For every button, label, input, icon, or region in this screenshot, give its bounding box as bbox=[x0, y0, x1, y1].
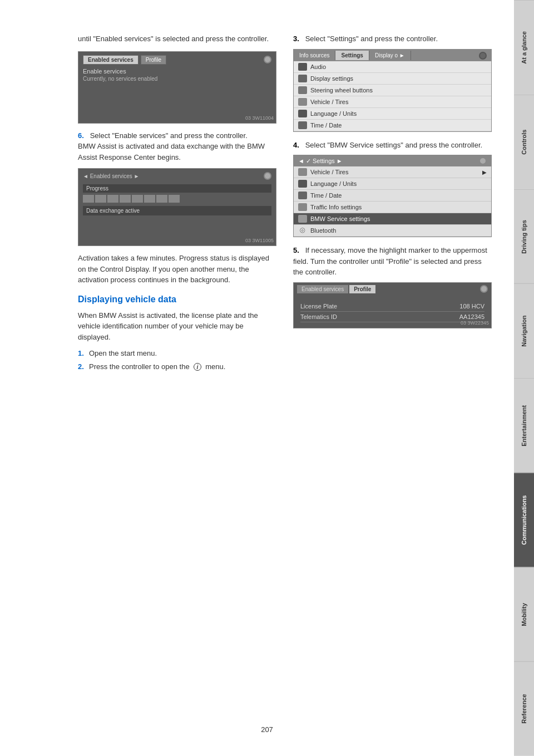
pb6 bbox=[144, 195, 155, 203]
screenshot-enabled-services: Enabled services Profile Enable services… bbox=[78, 51, 276, 124]
ss2-active-text: Data exchange active bbox=[83, 206, 271, 215]
page-number: 207 bbox=[261, 725, 273, 734]
ss1-line2: Currently, no services enabled bbox=[83, 76, 271, 82]
step6-body: Select "Enable services" and press the c… bbox=[90, 131, 248, 140]
profile-telematics-value: AA12345 bbox=[459, 313, 484, 320]
screenshot-profile: Enabled services Profile License Plate 1… bbox=[293, 282, 492, 328]
steering-icon bbox=[298, 86, 307, 94]
step5-text: 5. If necessary, move the highlight mark… bbox=[293, 245, 492, 278]
menu-item-steering-label: Steering wheel buttons bbox=[310, 87, 373, 94]
menu-item-vehicle: Vehicle / Tires bbox=[294, 96, 491, 108]
settings-tab-info: Info sources bbox=[294, 51, 335, 60]
bmw-header-text: ◄ ✓ Settings ► bbox=[298, 158, 343, 165]
ss1-tab-enabled: Enabled services bbox=[83, 55, 139, 65]
sidebar: At a glance Controls Driving tips Naviga… bbox=[514, 0, 534, 756]
step6-text: 6. Select "Enable services" and press th… bbox=[78, 130, 276, 163]
screenshot-settings: Info sources Settings Display o ► Audio … bbox=[293, 49, 492, 132]
bmw-vehicle-icon bbox=[298, 168, 307, 176]
step3-text: 3. Select "Settings" and press the contr… bbox=[293, 33, 492, 45]
settings-tab-display: Display o ► bbox=[369, 51, 411, 60]
menu-item-display-label: Display settings bbox=[310, 75, 353, 82]
section-heading: Displaying vehicle data bbox=[78, 294, 276, 305]
profile-telematics-label: Telematics ID bbox=[300, 313, 337, 320]
pb4 bbox=[120, 195, 131, 203]
sidebar-tab-at-a-glance[interactable]: At a glance bbox=[514, 0, 534, 95]
right-column: 3. Select "Settings" and press the contr… bbox=[293, 33, 492, 377]
profile-tab-enabled: Enabled services bbox=[297, 285, 348, 293]
ss2-nav: ◄ Enabled services ► bbox=[83, 173, 140, 179]
section-body: When BMW Assist is activated, the licens… bbox=[78, 310, 276, 343]
i-menu-symbol: i bbox=[194, 363, 201, 371]
profile-license-label: License Plate bbox=[300, 303, 337, 310]
step1-text: Open the start menu. bbox=[89, 349, 157, 357]
activation-text: Activation takes a few minutes. Progress… bbox=[78, 253, 276, 286]
menu-item-audio: Audio bbox=[294, 61, 491, 73]
menu-item-vehicle-label: Vehicle / Tires bbox=[310, 99, 348, 105]
bmw-service-icon bbox=[298, 215, 307, 223]
menu-item-audio-label: Audio bbox=[310, 63, 326, 70]
sidebar-tab-controls[interactable]: Controls bbox=[514, 95, 534, 189]
screenshot-bmw-service: ◄ ✓ Settings ► Vehicle / Tires ▶ Languag… bbox=[293, 155, 492, 237]
ss2-dot bbox=[264, 172, 271, 180]
menu-item-steering: Steering wheel buttons bbox=[294, 85, 491, 96]
bmw-item-vehicle: Vehicle / Tires ▶ bbox=[294, 166, 491, 178]
pb1 bbox=[83, 195, 94, 203]
bmw-item-bmwservice: BMW Service settings bbox=[294, 213, 491, 225]
steps-list: 1. Open the start menu. 2. Press the con… bbox=[78, 348, 276, 372]
ss1-label: 03 3W11004 bbox=[245, 115, 274, 121]
screenshot-progress: ◄ Enabled services ► Progress Data excha… bbox=[78, 168, 276, 246]
sidebar-tab-reference[interactable]: Reference bbox=[514, 661, 534, 756]
step6-sub: BMW Assist is activated and data exchang… bbox=[78, 142, 265, 161]
settings-dot bbox=[479, 52, 487, 60]
pb5 bbox=[132, 195, 143, 203]
profile-dot bbox=[480, 285, 488, 293]
ss1-tab-profile: Profile bbox=[141, 55, 166, 65]
sidebar-tab-entertainment[interactable]: Entertainment bbox=[514, 378, 534, 473]
step3-body: Select "Settings" and press the controll… bbox=[305, 35, 438, 43]
pb7 bbox=[156, 195, 167, 203]
step5-num: 5. bbox=[293, 246, 299, 254]
sidebar-tab-driving-tips[interactable]: Driving tips bbox=[514, 189, 534, 284]
main-content: until "Enabled services" is selected and… bbox=[0, 0, 514, 756]
step4-text: 4. Select "BMW Service settings" and pre… bbox=[293, 140, 492, 151]
step3-num: 3. bbox=[293, 35, 299, 43]
menu-item-language-label: Language / Units bbox=[310, 110, 357, 117]
profile-tab-profile: Profile bbox=[349, 285, 375, 293]
progress-bar bbox=[83, 195, 271, 203]
bmw-item-traffic-label: Traffic Info settings bbox=[310, 204, 362, 210]
bmw-item-bmwservice-label: BMW Service settings bbox=[310, 215, 370, 222]
audio-icon bbox=[298, 63, 307, 71]
step4-body: Select "BMW Service settings" and press … bbox=[305, 141, 482, 149]
step6-num: 6. bbox=[78, 131, 84, 140]
step1-num: 1. bbox=[78, 348, 84, 359]
settings-tab-settings: Settings bbox=[335, 51, 369, 60]
bmw-item-language: Language / Units bbox=[294, 178, 491, 190]
intro-text: until "Enabled services" is selected and… bbox=[78, 33, 276, 45]
profile-row-telematics: Telematics ID AA12345 bbox=[300, 312, 484, 322]
step2-item: 2. Press the controller to open the i me… bbox=[78, 361, 276, 372]
step1-item: 1. Open the start menu. bbox=[78, 348, 276, 359]
vehicle-icon bbox=[298, 98, 307, 106]
ss1-dot bbox=[264, 56, 271, 63]
ss2-label: 03 3W11005 bbox=[245, 238, 274, 243]
bmw-header-dot bbox=[479, 157, 487, 165]
bmw-vehicle-arrow: ▶ bbox=[482, 169, 487, 175]
step2-text: Press the controller to open the bbox=[89, 362, 190, 371]
bmw-language-icon bbox=[298, 180, 307, 188]
pb2 bbox=[95, 195, 106, 203]
sidebar-tab-communications[interactable]: Communications bbox=[514, 473, 534, 567]
bmw-bluetooth-icon: ⦾ bbox=[298, 227, 307, 234]
sidebar-tab-mobility[interactable]: Mobility bbox=[514, 567, 534, 662]
language-icon bbox=[298, 110, 307, 117]
profile-row-license: License Plate 108 HCV bbox=[300, 301, 484, 312]
time-icon bbox=[298, 121, 307, 129]
step2-num: 2. bbox=[78, 361, 84, 372]
ss1-line1: Enable services bbox=[83, 68, 271, 75]
bmw-item-traffic: Traffic Info settings bbox=[294, 202, 491, 213]
bmw-traffic-icon bbox=[298, 203, 307, 211]
pb3 bbox=[107, 195, 118, 203]
menu-item-time: Time / Date bbox=[294, 120, 491, 131]
sidebar-tab-navigation[interactable]: Navigation bbox=[514, 283, 534, 378]
step5-body: If necessary, move the highlight marker … bbox=[293, 246, 487, 276]
step4-num: 4. bbox=[293, 141, 299, 149]
